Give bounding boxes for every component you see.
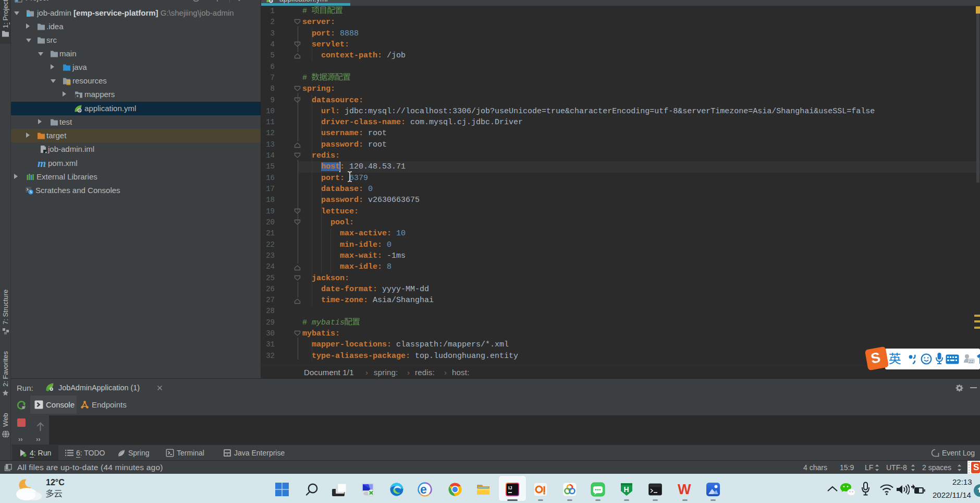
- svg-text:22: 22: [969, 359, 974, 364]
- svg-text:e: e: [420, 483, 427, 496]
- svg-text:IJ: IJ: [508, 485, 512, 490]
- svg-text:H: H: [624, 485, 629, 494]
- svg-text:W: W: [678, 482, 691, 497]
